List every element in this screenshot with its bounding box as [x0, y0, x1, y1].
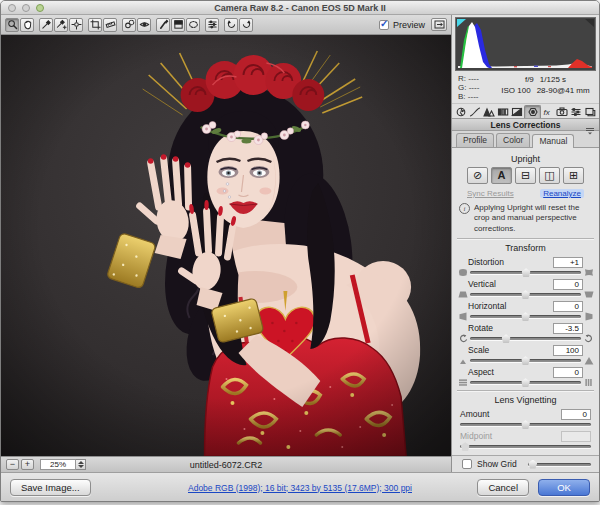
g-label: G: [458, 83, 466, 92]
distortion-value-field[interactable]: +1 [553, 257, 583, 268]
rotate-left-button[interactable] [224, 18, 238, 32]
zoom-in-button[interactable]: + [21, 459, 34, 470]
crop-tool-button[interactable] [88, 18, 102, 32]
aspect-slider[interactable] [470, 381, 581, 384]
horizontal-value-field[interactable]: 0 [553, 301, 583, 312]
amount-value-field[interactable]: 0 [561, 409, 591, 420]
slider-handle[interactable] [521, 378, 530, 387]
slider-handle[interactable] [521, 420, 530, 429]
ok-button[interactable]: OK [538, 479, 590, 496]
toolbar: Preview [1, 15, 451, 35]
lens-corrections-header: Lens Corrections [452, 119, 599, 131]
radial-filter-tool-button[interactable] [186, 18, 200, 32]
straighten-tool-button[interactable] [103, 18, 117, 32]
tab-presets-icon[interactable] [569, 105, 583, 118]
zoom-out-button[interactable]: − [6, 459, 19, 470]
tab-camera-calibration-icon[interactable] [555, 105, 569, 118]
scale-slider[interactable] [470, 359, 581, 362]
preview-checkbox[interactable] [379, 20, 389, 30]
shutter-value: 1/125 s [540, 75, 566, 84]
reanalyze-link[interactable]: Reanalyze [540, 189, 584, 198]
tab-manual[interactable]: Manual [532, 134, 574, 148]
aspect-horizontal-bars-icon [457, 378, 468, 387]
aspect-vertical-bars-icon [583, 378, 594, 387]
grid-size-slider[interactable] [528, 463, 591, 466]
titlebar: Camera Raw 8.2 - Canon EOS 5D Mark II [1, 1, 599, 15]
toggle-fullscreen-button[interactable] [431, 18, 447, 31]
zoom-level-select[interactable]: 25% [40, 459, 76, 470]
aspect-value-field[interactable]: 0 [553, 367, 583, 378]
adjustment-brush-tool-button[interactable] [156, 18, 170, 32]
slider-label: Vertical [468, 279, 496, 289]
show-grid-label: Show Grid [477, 459, 517, 469]
tab-profile[interactable]: Profile [456, 133, 494, 147]
slider-handle[interactable] [522, 268, 531, 277]
iso-value: ISO 100 [501, 86, 530, 95]
slider-handle[interactable] [521, 356, 530, 365]
dialog-footer: Save Image... Adobe RGB (1998); 16 bit; … [1, 472, 599, 502]
slider-handle[interactable] [528, 460, 537, 469]
scale-value-field[interactable]: 100 [553, 345, 583, 356]
rotate-value-field[interactable]: -3.5 [553, 323, 583, 334]
vertical-slider[interactable] [470, 293, 581, 296]
slider-handle[interactable] [521, 312, 530, 321]
tab-effects-icon[interactable]: fx [541, 105, 555, 118]
shadow-clipping-indicator[interactable] [457, 19, 466, 27]
targeted-adjustment-tool-button[interactable] [69, 18, 83, 32]
rotate-ccw-icon [457, 334, 468, 343]
workflow-options-link[interactable]: Adobe RGB (1998); 16 bit; 3423 by 5135 (… [188, 483, 412, 493]
tab-hsl-grayscale-icon[interactable] [496, 105, 510, 118]
show-grid-row: Show Grid [452, 455, 599, 472]
distortion-slider[interactable] [470, 271, 581, 274]
panel-title: Lens Corrections [491, 120, 561, 130]
upright-vertical-button[interactable]: ◫ [539, 167, 560, 184]
tab-detail-icon[interactable] [482, 105, 496, 118]
cancel-button[interactable]: Cancel [477, 479, 529, 496]
graduated-filter-tool-button[interactable] [171, 18, 185, 32]
b-label: B: [458, 92, 466, 101]
scale-small-icon [457, 356, 468, 365]
panel-menu-icon[interactable] [585, 121, 595, 139]
zoom-level-stepper[interactable] [76, 459, 86, 470]
aperture-value: f/9 [525, 75, 534, 84]
white-balance-tool-button[interactable] [39, 18, 53, 32]
slider-handle[interactable] [521, 290, 530, 299]
preferences-button[interactable] [205, 18, 219, 32]
image-preview[interactable] [1, 35, 451, 456]
rotate-right-button[interactable] [239, 18, 253, 32]
upright-full-button[interactable]: ⊞ [563, 167, 584, 184]
camera-raw-dialog: Camera Raw 8.2 - Canon EOS 5D Mark II [0, 0, 600, 502]
rotate-slider[interactable] [470, 337, 581, 340]
zoom-tool-button[interactable] [5, 18, 19, 32]
show-grid-checkbox[interactable] [462, 459, 472, 469]
highlight-clipping-indicator[interactable] [585, 19, 594, 27]
upright-buttons: ⊘ A ⊟ ◫ ⊞ [457, 167, 594, 184]
upright-off-button[interactable]: ⊘ [467, 167, 488, 184]
vertical-value-field[interactable]: 0 [553, 279, 583, 290]
sync-results-link[interactable]: Sync Results [467, 189, 514, 198]
vertical-keystone-narrow-top-icon [457, 290, 468, 299]
slider-label: Rotate [468, 323, 493, 333]
vertical-keystone-narrow-bottom-icon [583, 290, 594, 299]
tab-split-toning-icon[interactable] [510, 105, 524, 118]
upright-auto-button[interactable]: A [491, 167, 512, 184]
spot-removal-tool-button[interactable] [122, 18, 136, 32]
svg-text:fx: fx [543, 108, 550, 117]
tab-tone-curve-icon[interactable] [468, 105, 482, 118]
slider-handle [461, 442, 470, 451]
tab-lens-corrections-icon[interactable] [524, 105, 540, 118]
save-image-button[interactable]: Save Image... [10, 479, 91, 496]
color-sampler-tool-button[interactable] [54, 18, 68, 32]
slider-amount: Amount 0 [457, 408, 594, 429]
red-eye-tool-button[interactable] [137, 18, 151, 32]
r-label: R: [458, 74, 466, 83]
tab-snapshots-icon[interactable] [583, 105, 597, 118]
amount-slider[interactable] [460, 423, 591, 426]
hand-tool-button[interactable] [20, 18, 34, 32]
tab-color[interactable]: Color [496, 133, 530, 147]
tab-basic-icon[interactable] [454, 105, 468, 118]
horizontal-slider[interactable] [470, 315, 581, 318]
slider-handle[interactable] [502, 334, 511, 343]
upright-level-button[interactable]: ⊟ [515, 167, 536, 184]
slider-rotate: Rotate -3.5 [457, 322, 594, 343]
